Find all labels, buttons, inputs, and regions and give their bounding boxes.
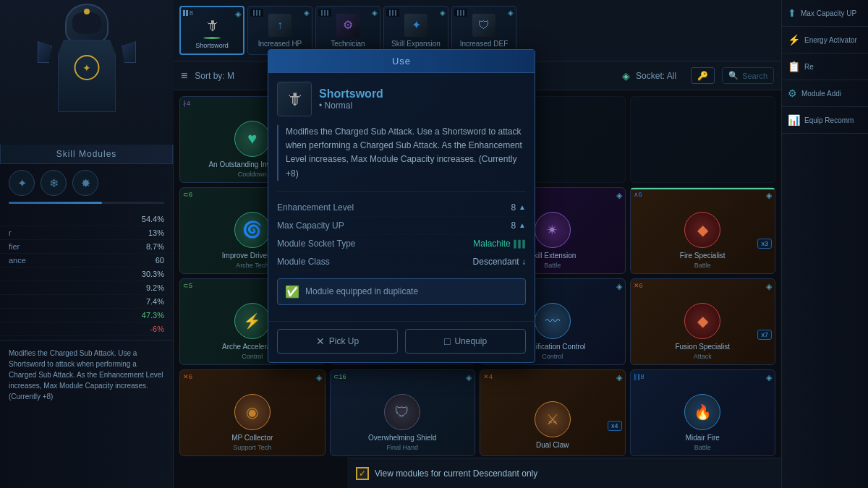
module-technician[interactable]: ∥∥∥ ◈ ⚙ Technician [315, 6, 380, 55]
type-midair-fire: Battle [694, 444, 711, 451]
stat-value-socket: Malachite ∥∥∥ [473, 239, 526, 249]
shortsword-socket [203, 37, 221, 39]
socket-icon: ◈ [622, 70, 630, 82]
icon-arche-acceleration: ⚡ [234, 303, 271, 339]
tier-dual-claw: ✕4 [483, 373, 493, 380]
module-corner-technician: ◈ [372, 9, 378, 17]
descendant-checkbox[interactable]: ✓ [356, 467, 369, 480]
module-icon-increased-hp: ↑ [268, 14, 292, 37]
module-increased-hp[interactable]: ∥∥∥ ◈ ↑ Increased HP [247, 6, 312, 55]
rp-equip-recomm[interactable]: 📊 Equip Recomm [782, 107, 868, 134]
type-arche-acceleration: Control [242, 353, 263, 360]
right-panel: ⬆ Max Capacity UP ⚡ Energy Activator 📋 R… [781, 0, 868, 488]
tier-an-outstanding: ∤4 [183, 100, 190, 107]
module-fusion-specialist-atk[interactable]: ✕6 ◈ ◆ x7 Fusion Specialist Attack [630, 278, 776, 365]
filter-btn[interactable]: 🔑 [691, 67, 715, 84]
shortsword-card[interactable]: 8 ◈ 🗡 Shortsword [179, 6, 244, 55]
rp-icon-energy: ⚡ [788, 34, 800, 46]
type-fusion-specialist-atk: Attack [694, 353, 712, 360]
stat-label-enhancement: Enhancement Level [277, 202, 354, 213]
sort-icon-btn[interactable]: ≡ [181, 69, 187, 82]
tier-improve-driveshaft: ⊂6 [183, 191, 192, 198]
module-icon-increased-def: 🛡 [472, 14, 495, 37]
rp-label-re: Re [804, 63, 814, 71]
type-an-outstanding: Cooldown [238, 171, 267, 178]
search-box[interactable]: 🔍 Search [722, 67, 774, 84]
shortsword-label: Shortsword [195, 42, 229, 49]
stat-value-class: Descendant ↓ [473, 257, 526, 267]
shortsword-corner-icon: ◈ [235, 9, 241, 19]
rp-label-energy: Energy Activator [804, 36, 857, 44]
unequip-label: Unequip [454, 336, 487, 346]
pickup-button[interactable]: ✕ Pick Up [277, 329, 398, 354]
rp-label-max-capacity: Max Capacity UP [801, 9, 856, 17]
module-tier-increased-def: ∥∥∥ [454, 9, 467, 17]
search-placeholder: Search [742, 72, 767, 80]
module-corner-skill-expansion: ◈ [440, 9, 446, 17]
stat-row-socket: Module Socket Type Malachite ∥∥∥ [277, 235, 526, 253]
left-panel: ✦ Skill Modules ✦ ❄ ✸ 54.4% r13% fier8.7… [0, 0, 174, 488]
icon-dual-claw: ⚔ [535, 401, 571, 437]
icon-snowflake[interactable]: ❄ [41, 170, 67, 196]
stat-label-class: Module Class [277, 257, 330, 267]
tier-fire-specialist: ∧6 [634, 191, 642, 198]
tier-arche-acceleration: ⊂5 [183, 282, 192, 289]
icon-an-outstanding: ♥ [234, 121, 271, 157]
unequip-icon: □ [444, 335, 450, 347]
module-tier-skill-expansion: ∥∥∥ [386, 9, 399, 17]
stats-panel: 54.4% r13% fier8.7% ance60 30.3% 9.2% 7.… [0, 213, 173, 336]
icon-burst[interactable]: ✸ [72, 170, 98, 196]
checkbox-area[interactable]: ✓ View modules for current Descendant on… [356, 467, 537, 480]
badge-dual-claw: x4 [608, 421, 622, 431]
module-icon-skill-expansion: ✦ [404, 14, 427, 37]
type-amplification-control: Control [542, 353, 563, 360]
stat-row-capacity: Max Capacity UP 8 ▲ [277, 217, 526, 235]
module-overwhelming-shield[interactable]: ⊂16 ◈ 🛡 Overwhelming Shield Final Hand [330, 369, 476, 456]
icon-improve-driveshaft: 🌀 [234, 212, 271, 248]
module-midair-fire[interactable]: ∥∥8 ◈ 🔥 Midair Fire Battle [630, 369, 776, 456]
stat-arrow-capacity: ▲ [519, 221, 526, 229]
stat-value-capacity: 8 ▲ [511, 221, 526, 231]
rp-label-module-addi: Module Addi [801, 90, 841, 98]
module-increased-def[interactable]: ∥∥∥ ◈ 🛡 Increased DEF [451, 6, 516, 55]
rp-icon-equip-recomm: 📊 [788, 114, 800, 126]
rp-energy-activator[interactable]: ⚡ Energy Activator [782, 27, 868, 53]
stat-row-enhancement: Enhancement Level 8 ▲ [277, 199, 526, 217]
tier-midair-fire: ∥∥8 [634, 373, 644, 380]
module-fire-specialist-battle[interactable]: ∧6 ◈ ◆ x3 Fire Specialist Battle [630, 187, 776, 274]
module-corner-increased-def: ◈ [508, 9, 514, 17]
badge-fire-specialist: x3 [757, 239, 772, 249]
type-improve-driveshaft: Arche Tech [236, 262, 268, 269]
filter-icon: 🔑 [697, 71, 708, 81]
rp-icon-module-addi: ⚙ [788, 87, 797, 99]
stat-label-capacity: Max Capacity UP [277, 221, 344, 231]
pickup-icon: ✕ [316, 335, 325, 347]
use-item-header: 🗡 Shortsword • Normal [277, 82, 526, 116]
icon-fusion-specialist-atk: ◆ [684, 303, 720, 339]
module-icon-technician: ⚙ [336, 14, 359, 37]
use-popup: Use 🗡 Shortsword • Normal Modifies the C… [268, 49, 535, 363]
stat-value-enhancement: 8 ▲ [511, 202, 526, 213]
corner-amplification-control: ◈ [616, 282, 622, 291]
stat-arrow-enhancement: ▲ [519, 203, 526, 211]
type-skill-extension: Battle [544, 262, 561, 269]
search-icon: 🔍 [728, 71, 739, 80]
icon-star[interactable]: ✦ [9, 170, 35, 196]
unequip-button[interactable]: □ Unequip [405, 329, 526, 354]
rp-icon-max-capacity: ⬆ [788, 7, 796, 19]
use-item-rarity: • Normal [319, 100, 383, 111]
module-skill-expansion[interactable]: ∥∥∥ ◈ ✦ Skill Expansion [383, 6, 448, 55]
rp-module-addi[interactable]: ⚙ Module Addi [782, 80, 868, 107]
name-mp-collector: MP Collector [231, 433, 273, 442]
stat-label-socket: Module Socket Type [277, 239, 356, 249]
badge-fusion-specialist-atk: x7 [757, 330, 772, 340]
desc-text: Modifies the Charged Sub Attack. Use a S… [0, 340, 173, 409]
icon-amplification-control: 〰 [535, 303, 571, 339]
corner-fusion-specialist-atk: ◈ [766, 282, 772, 291]
rp-re[interactable]: 📋 Re [782, 53, 868, 80]
rp-max-capacity-up[interactable]: ⬆ Max Capacity UP [782, 0, 868, 27]
shortsword-icon: 🗡 [199, 17, 225, 34]
rp-icon-re: 📋 [788, 61, 800, 72]
module-mp-collector[interactable]: ✕6 ◈ ◉ MP Collector Support Tech [179, 369, 326, 456]
module-dual-claw[interactable]: ✕4 ◈ ⚔ x4 Dual Claw [480, 369, 626, 456]
